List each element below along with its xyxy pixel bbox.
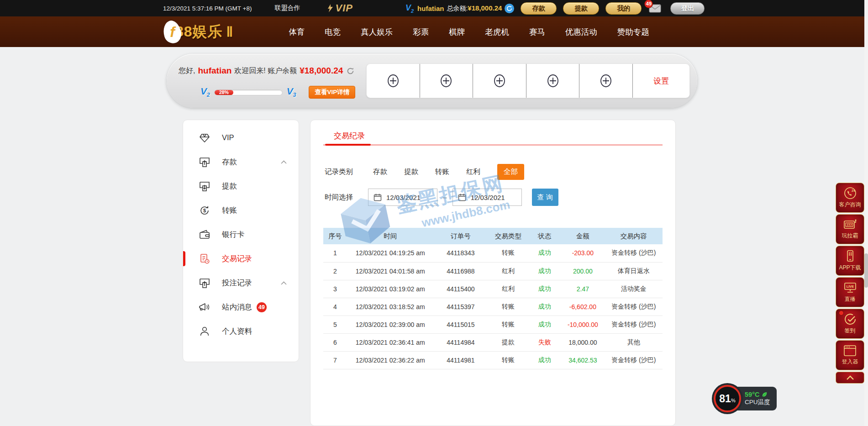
transaction-record-icon [198, 252, 210, 265]
vip-detail-button[interactable]: 查看VIP详情 [309, 86, 355, 99]
quick-add-slot-1[interactable] [367, 64, 420, 98]
check-in-button[interactable]: 签到 [836, 309, 864, 339]
cell-amount: 200.00 [561, 262, 605, 280]
sidebar-item-deposit[interactable]: 存款 [183, 150, 299, 174]
person-icon [198, 325, 210, 337]
cell-status: 成功 [529, 298, 561, 316]
refresh-balance-icon[interactable] [505, 4, 514, 13]
mail-icon[interactable]: 49 [649, 4, 661, 13]
app-download-button[interactable]: APP下载 [836, 246, 864, 276]
plus-circle-icon [546, 73, 560, 89]
nav-item-slots[interactable]: 老虎机 [475, 26, 519, 37]
cell-no: 6 [323, 333, 347, 351]
nav-item-horse-racing[interactable]: 赛马 [519, 26, 555, 37]
page-scrollbar [864, 0, 868, 426]
vip-level-from: V2 [200, 86, 210, 98]
table-row: 2 12/03/2021 04:01:58 am 44116988 红利 成功 … [323, 262, 663, 280]
leaf-icon [762, 392, 768, 398]
quick-add-slot-4[interactable] [526, 64, 580, 98]
quick-add-slot-3[interactable] [473, 64, 526, 98]
date-to-input[interactable]: 12/03/2021 [452, 189, 522, 206]
live-stream-button[interactable]: LIVE 直播 [836, 277, 864, 307]
search-button[interactable]: 查 询 [532, 189, 558, 206]
cell-time: 12/03/2021 04:19:25 am [347, 244, 433, 262]
cell-order: 44114981 [433, 351, 488, 369]
main-nav: f 88娱乐 Ⅱ 体育 电竞 真人娱乐 彩票 棋牌 老虎机 赛马 优惠活动 赞助… [0, 16, 868, 47]
cell-time: 12/03/2021 02:39:00 am [347, 316, 433, 333]
customer-service-button[interactable]: 24 客户咨询 [836, 183, 864, 213]
chevron-up-icon[interactable] [281, 281, 287, 285]
sidebar-item-withdraw[interactable]: 提款 [183, 174, 299, 198]
sidebar-item-transfer[interactable]: $ 转账 [183, 198, 299, 222]
cell-no: 1 [323, 244, 347, 262]
cell-content: 体育日返水 [605, 262, 663, 280]
scrollbar-thumb[interactable] [864, 253, 868, 288]
sidebar-item-vip[interactable]: VIP [183, 126, 299, 150]
filter-transfer[interactable]: 转账 [435, 167, 449, 177]
filter-all-active[interactable]: 全部 [497, 164, 524, 180]
table-row: 1 12/03/2021 04:19:25 am 44118343 转账 成功 … [323, 244, 663, 262]
tab-divider [323, 145, 663, 145]
cell-status: 成功 [529, 244, 561, 262]
phone-24-icon: 24 [844, 187, 857, 200]
col-order: 订单号 [433, 228, 488, 244]
sidebar-item-profile[interactable]: 个人资料 [183, 319, 299, 343]
table-header-row: 序号 时间 订单号 交易类型 状态 金额 交易内容 [323, 228, 663, 244]
mine-button[interactable]: 我的 [605, 2, 642, 15]
sidebar-item-transactions[interactable]: 交易记录 [183, 247, 299, 271]
deposit-machine-icon [198, 156, 210, 168]
cell-status: 失败 [529, 333, 561, 351]
nav-item-live-casino[interactable]: 真人娱乐 [351, 26, 403, 37]
nav-item-sports[interactable]: 体育 [279, 26, 315, 37]
sidebar-item-bank-card[interactable]: 银行卡 [183, 222, 299, 247]
play-slots-button[interactable]: 777 玩拉霸 [836, 214, 864, 244]
svg-text:$: $ [203, 208, 205, 213]
messages-badge: 49 [257, 302, 267, 312]
slot-machine-icon: 777 [843, 219, 857, 231]
date-from-input[interactable]: 12/03/2021 [368, 189, 437, 206]
filter-bonus[interactable]: 红利 [466, 167, 480, 177]
col-time: 时间 [347, 228, 433, 244]
megaphone-icon [198, 301, 210, 313]
sidebar-item-messages[interactable]: 站内消息 49 [183, 295, 299, 319]
nav-item-sponsorship[interactable]: 赞助专题 [607, 26, 659, 37]
nav-item-esports[interactable]: 电竞 [315, 26, 351, 37]
table-row: 4 12/03/2021 03:18:52 am 44115397 转账 成功 … [323, 298, 663, 316]
scroll-top-button[interactable] [836, 372, 864, 384]
cell-amount: 18,000.00 [561, 333, 605, 351]
deposit-button[interactable]: 存款 [521, 2, 557, 15]
quick-add-slot-2[interactable] [420, 64, 473, 98]
nav-menu: 体育 电竞 真人娱乐 彩票 棋牌 老虎机 赛马 优惠活动 赞助专题 [279, 26, 659, 37]
vip-logo[interactable]: VIP [326, 2, 352, 14]
cell-order: 44115397 [433, 298, 488, 316]
cell-time: 12/03/2021 02:36:22 am [347, 351, 433, 369]
vip-progress-fill: 28% [215, 90, 233, 95]
cell-type: 转账 [488, 316, 528, 333]
refresh-account-icon[interactable] [347, 67, 354, 75]
cell-no: 3 [323, 280, 347, 298]
withdraw-button[interactable]: 提款 [563, 2, 599, 15]
chevron-up-icon[interactable] [281, 160, 287, 164]
cell-no: 2 [323, 262, 347, 280]
cell-amount: -6,602.00 [561, 298, 605, 316]
greeting-prefix: 您好, [179, 66, 195, 76]
quick-add-slot-5[interactable] [579, 64, 633, 98]
tab-transaction-records[interactable]: 交易纪录 [334, 131, 365, 141]
cell-type: 转账 [488, 298, 528, 316]
logout-button[interactable]: 登出 [670, 2, 705, 15]
nav-item-board-games[interactable]: 棋牌 [439, 26, 475, 37]
sidebar-item-bet-records[interactable]: 投注记录 [183, 271, 299, 295]
site-logo[interactable]: f 88娱乐 Ⅱ [163, 21, 233, 43]
nav-item-promotions[interactable]: 优惠活动 [555, 26, 607, 37]
cell-amount: -10,000.00 [561, 316, 605, 333]
settings-button[interactable]: 设置 [633, 64, 689, 98]
nav-item-lottery[interactable]: 彩票 [403, 26, 439, 37]
cell-content: 其他 [605, 333, 663, 351]
launcher-button[interactable]: 登入器 [836, 340, 864, 370]
filter-deposit[interactable]: 存款 [373, 167, 387, 177]
col-amount: 金额 [561, 228, 605, 244]
cell-amount: 34,602.53 [561, 351, 605, 369]
affiliate-link[interactable]: 联盟合作 [274, 4, 300, 12]
filter-withdraw[interactable]: 提款 [404, 167, 418, 177]
withdraw-machine-icon [198, 180, 210, 192]
